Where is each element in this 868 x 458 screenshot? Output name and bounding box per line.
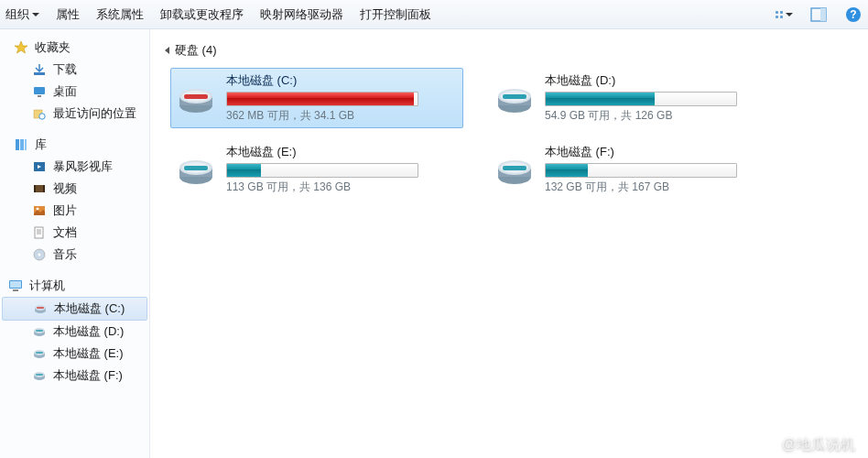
svg-rect-55 bbox=[503, 94, 526, 99]
sidebar-item-documents[interactable]: 文档 bbox=[0, 222, 149, 244]
drive-name: 本地磁盘 (E:) bbox=[226, 144, 459, 160]
chevron-down-icon bbox=[786, 13, 793, 16]
sidebar-item-videos[interactable]: 视频 bbox=[0, 178, 149, 200]
drive-item[interactable]: 本地磁盘 (F:) 132 GB 可用，共 167 GB bbox=[489, 139, 782, 200]
star-icon bbox=[13, 39, 29, 56]
help-icon[interactable]: ? bbox=[844, 5, 863, 24]
computer-label: 计算机 bbox=[29, 278, 65, 294]
svg-point-13 bbox=[39, 114, 45, 119]
svg-rect-28 bbox=[10, 281, 21, 288]
drive-item[interactable]: 本地磁盘 (E:) 113 GB 可用，共 136 GB bbox=[170, 139, 463, 200]
capacity-bar-fill bbox=[546, 93, 655, 105]
content: 收藏夹 下载 桌面 最近访问的位置 库 暴风影视库 bbox=[0, 29, 868, 458]
libraries-label: 库 bbox=[35, 136, 47, 153]
section-header-drives[interactable]: 硬盘 (4) bbox=[165, 38, 853, 62]
uninstall-change-button[interactable]: 卸载或更改程序 bbox=[160, 6, 244, 23]
drive-subtext: 54.9 GB 可用，共 126 GB bbox=[545, 108, 777, 124]
desktop-icon bbox=[31, 83, 48, 100]
drive-item[interactable]: 本地磁盘 (C:) 362 MB 可用，共 34.1 GB bbox=[170, 68, 463, 128]
svg-rect-16 bbox=[25, 139, 27, 150]
svg-rect-37 bbox=[36, 330, 43, 332]
sidebar-item-label: 视频 bbox=[53, 180, 77, 197]
svg-rect-60 bbox=[184, 166, 208, 170]
sidebar-item-label: 本地磁盘 (D:) bbox=[53, 323, 124, 340]
sidebar-item-label: 桌面 bbox=[53, 83, 77, 100]
paw-icon bbox=[762, 434, 778, 454]
sidebar-item-label: 下载 bbox=[53, 61, 77, 78]
view-options-icon[interactable] bbox=[775, 5, 793, 24]
sidebar-header-computer[interactable]: 计算机 bbox=[0, 275, 149, 297]
drive-icon bbox=[32, 300, 49, 317]
chevron-down-icon bbox=[32, 13, 39, 16]
svg-point-26 bbox=[38, 254, 41, 256]
library-icon bbox=[13, 136, 29, 153]
organize-button[interactable]: 组织 bbox=[5, 6, 39, 23]
svg-rect-33 bbox=[37, 307, 44, 309]
svg-rect-45 bbox=[36, 374, 43, 376]
drive-item[interactable]: 本地磁盘 (D:) 54.9 GB 可用，共 126 GB bbox=[489, 68, 782, 128]
watermark-text: @地瓜说机 bbox=[782, 435, 855, 454]
svg-rect-29 bbox=[13, 289, 18, 291]
svg-rect-14 bbox=[16, 139, 19, 150]
svg-rect-15 bbox=[20, 139, 24, 150]
sidebar-item-baofeng[interactable]: 暴风影视库 bbox=[0, 156, 149, 178]
sidebar-item-pictures[interactable]: 图片 bbox=[0, 200, 149, 222]
sidebar-group-computer: 计算机 本地磁盘 (C:) 本地磁盘 (D:) 本地磁盘 (E:) 本地磁盘 (… bbox=[0, 275, 149, 387]
drive-icon bbox=[494, 77, 536, 119]
svg-point-67 bbox=[771, 437, 775, 441]
sidebar-item-desktop[interactable]: 桌面 bbox=[0, 81, 149, 103]
capacity-bar-fill bbox=[227, 164, 261, 177]
document-icon bbox=[31, 224, 48, 241]
svg-rect-10 bbox=[34, 87, 45, 94]
capacity-bar bbox=[545, 163, 737, 178]
sidebar-item-drive-d[interactable]: 本地磁盘 (D:) bbox=[0, 321, 149, 343]
sidebar-item-drive-e[interactable]: 本地磁盘 (E:) bbox=[0, 343, 149, 365]
drive-name: 本地磁盘 (F:) bbox=[545, 144, 777, 160]
svg-rect-11 bbox=[38, 95, 41, 97]
sidebar-item-drive-c[interactable]: 本地磁盘 (C:) bbox=[2, 297, 147, 321]
svg-point-68 bbox=[764, 441, 766, 443]
sidebar-item-label: 本地磁盘 (F:) bbox=[53, 367, 123, 384]
sidebar-item-label: 最近访问的位置 bbox=[53, 105, 136, 122]
capacity-bar bbox=[226, 92, 418, 106]
svg-rect-9 bbox=[34, 72, 45, 75]
svg-point-66 bbox=[765, 437, 769, 441]
svg-point-70 bbox=[766, 442, 773, 448]
drive-subtext: 132 GB 可用，共 167 GB bbox=[545, 180, 777, 195]
sidebar-item-label: 图片 bbox=[53, 202, 77, 219]
sidebar-item-label: 本地磁盘 (C:) bbox=[54, 300, 125, 317]
picture-icon bbox=[31, 202, 48, 219]
svg-rect-5 bbox=[820, 8, 826, 21]
organize-label: 组织 bbox=[5, 6, 29, 23]
system-properties-button[interactable]: 系统属性 bbox=[96, 6, 144, 23]
svg-rect-0 bbox=[776, 11, 778, 14]
sidebar-header-libraries[interactable]: 库 bbox=[0, 134, 149, 156]
capacity-bar bbox=[226, 163, 418, 178]
svg-rect-65 bbox=[503, 166, 526, 170]
section-title: 硬盘 (4) bbox=[175, 42, 217, 59]
svg-point-69 bbox=[773, 441, 776, 443]
svg-rect-41 bbox=[36, 352, 43, 354]
sidebar-item-recent[interactable]: 最近访问的位置 bbox=[0, 103, 149, 125]
main-pane: 硬盘 (4) 本地磁盘 (C:) 362 MB 可用，共 34.1 GB bbox=[150, 29, 868, 458]
recent-icon bbox=[31, 105, 48, 122]
computer-icon bbox=[7, 278, 24, 294]
svg-rect-21 bbox=[43, 185, 45, 192]
capacity-bar-fill bbox=[227, 93, 414, 105]
properties-button[interactable]: 属性 bbox=[56, 6, 80, 23]
sidebar-header-favorites[interactable]: 收藏夹 bbox=[0, 37, 149, 59]
sidebar-item-label: 暴风影视库 bbox=[53, 158, 113, 175]
drive-icon bbox=[31, 345, 48, 362]
open-control-panel-button[interactable]: 打开控制面板 bbox=[360, 6, 431, 23]
drive-icon bbox=[494, 148, 536, 191]
svg-rect-3 bbox=[780, 16, 783, 18]
preview-pane-icon[interactable] bbox=[809, 5, 828, 24]
sidebar-item-downloads[interactable]: 下载 bbox=[0, 59, 149, 81]
sidebar-item-music[interactable]: 音乐 bbox=[0, 244, 149, 266]
map-network-drive-button[interactable]: 映射网络驱动器 bbox=[260, 6, 343, 23]
download-icon bbox=[31, 61, 48, 78]
sidebar-item-drive-f[interactable]: 本地磁盘 (F:) bbox=[0, 365, 149, 387]
drive-icon bbox=[31, 323, 48, 340]
sidebar-item-label: 本地磁盘 (E:) bbox=[53, 345, 124, 362]
toolbar: 组织 属性 系统属性 卸载或更改程序 映射网络驱动器 打开控制面板 ? bbox=[0, 0, 868, 29]
